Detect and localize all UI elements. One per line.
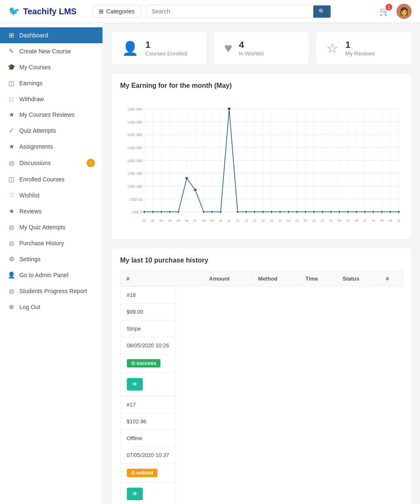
- search-input[interactable]: [147, 5, 313, 18]
- sidebar-label-earnings: Earnings: [19, 80, 42, 87]
- svg-point-94: [262, 210, 264, 213]
- row-action[interactable]: 👁: [121, 373, 175, 396]
- sidebar-item-quiz-attempts[interactable]: ✓ Quiz Attempts: [0, 123, 102, 139]
- svg-text:05: 05: [176, 219, 180, 223]
- categories-button[interactable]: ⊞ Categories: [92, 5, 141, 18]
- sidebar-label-enrolled-courses: Enrolled Courses: [19, 176, 64, 183]
- avatar[interactable]: 👩: [396, 4, 412, 19]
- svg-point-89: [220, 210, 222, 213]
- sidebar-item-purchase-history[interactable]: ◎ Purchase History: [0, 235, 102, 251]
- svg-point-103: [338, 210, 341, 213]
- logo-icon: 🐦: [8, 6, 20, 17]
- sidebar-item-enrolled-courses[interactable]: ◫ Enrolled Courses: [0, 171, 102, 187]
- sidebar-item-earnings[interactable]: ◫ Earnings: [0, 75, 102, 91]
- chart-title: My Earning for for the month (May): [120, 82, 403, 89]
- earning-chart: USD 0USD 50USD 100USD 150USD 200USD 250U…: [120, 96, 403, 231]
- row-status: ⊙ onhold: [121, 464, 175, 483]
- row-method: Stripe: [121, 320, 175, 337]
- sidebar-item-dashboard[interactable]: ⊞ Dashboard: [0, 27, 102, 43]
- col-header: #: [380, 271, 402, 286]
- sidebar-icon-my-courses-reviews: ★: [8, 111, 15, 118]
- svg-point-98: [296, 210, 298, 213]
- sidebar-label-log-out: Log Out: [19, 304, 40, 310]
- table-title: My last 10 purchase history: [120, 257, 403, 264]
- svg-text:USD 100: USD 100: [128, 184, 142, 189]
- grid-icon: ⊞: [99, 8, 104, 15]
- sidebar-item-settings[interactable]: ⚙ Settings: [0, 251, 102, 267]
- sidebar-icon-purchase-history: ◎: [8, 239, 15, 247]
- svg-text:15: 15: [261, 219, 265, 223]
- svg-text:25: 25: [346, 219, 350, 223]
- sidebar-label-quiz-attempts: Quiz Attempts: [19, 127, 56, 134]
- sidebar-item-wishlist[interactable]: ♡ Wishlist: [0, 187, 102, 203]
- sidebar-item-discussions[interactable]: ◎ Discussions 1: [0, 155, 102, 171]
- svg-text:04: 04: [168, 219, 172, 223]
- table-section: My last 10 purchase history #AmountMetho…: [111, 248, 412, 504]
- svg-text:USD 150: USD 150: [128, 171, 142, 176]
- svg-text:10: 10: [219, 219, 223, 223]
- search-button[interactable]: 🔍: [313, 5, 331, 18]
- row-amount: $102.96: [121, 413, 175, 430]
- table-row: #18$99.00Stripe08/05/2020 10:26⊙ success…: [121, 286, 403, 396]
- svg-text:27: 27: [363, 219, 367, 223]
- sidebar-item-students-progress-report[interactable]: ◎ Students Progress Report: [0, 283, 102, 299]
- svg-text:13: 13: [244, 219, 248, 223]
- view-button[interactable]: 👁: [127, 378, 143, 391]
- sidebar-icon-dashboard: ⊞: [8, 32, 15, 39]
- sidebar-item-withdraw[interactable]: □ Withdraw: [0, 91, 102, 107]
- sidebar-item-assignments[interactable]: ★ Assignments: [0, 139, 102, 155]
- stat-icon-2: ☆: [326, 40, 339, 56]
- sidebar-item-log-out[interactable]: ⊗ Log Out: [0, 299, 102, 315]
- svg-text:01: 01: [142, 219, 146, 223]
- view-button[interactable]: 👁: [127, 488, 143, 500]
- svg-text:16: 16: [270, 219, 273, 223]
- svg-point-82: [160, 210, 163, 213]
- svg-text:29: 29: [380, 219, 384, 223]
- col-header: Method: [252, 271, 299, 286]
- svg-point-109: [389, 210, 391, 213]
- svg-point-95: [270, 210, 273, 213]
- svg-text:USD 350: USD 350: [128, 120, 142, 124]
- sidebar-item-go-to-admin-panel[interactable]: 👤 Go to Admin Panel: [0, 267, 102, 283]
- svg-point-81: [152, 210, 154, 213]
- sidebar-label-settings: Settings: [19, 256, 41, 262]
- cart-icon[interactable]: 🛒 1: [379, 6, 390, 16]
- row-status: ⊙ success: [121, 354, 175, 373]
- sidebar-item-reviews[interactable]: ★ Reviews: [0, 203, 102, 219]
- svg-text:06: 06: [185, 219, 189, 223]
- logo[interactable]: 🐦 Teachify LMS: [8, 6, 84, 17]
- sidebar-icon-my-quiz-attempts: ◎: [8, 223, 15, 231]
- sidebar-item-my-quiz-attempts[interactable]: ◎ My Quiz Attempts: [0, 219, 102, 235]
- row-method: Offline: [121, 430, 175, 447]
- sidebar-label-my-courses: My Courses: [19, 64, 51, 71]
- sidebar-label-assignments: Assignments: [19, 143, 53, 150]
- svg-text:08: 08: [202, 219, 206, 223]
- sidebar: ⊞ Dashboard ✎ Create New Course 🎓 My Cou…: [0, 23, 103, 504]
- svg-point-106: [364, 210, 366, 213]
- sidebar-item-create-new-course[interactable]: ✎ Create New Course: [0, 43, 102, 59]
- sidebar-icon-quiz-attempts: ✓: [8, 127, 15, 134]
- row-action[interactable]: 👁: [121, 483, 175, 504]
- svg-point-100: [313, 210, 315, 213]
- sidebar-label-my-courses-reviews: My Courses Reviews: [19, 111, 74, 118]
- sidebar-item-my-courses-reviews[interactable]: ★ My Courses Reviews: [0, 107, 102, 123]
- sidebar-icon-settings: ⚙: [8, 255, 15, 263]
- cart-badge: 1: [386, 4, 392, 10]
- row-time: 08/05/2020 10:26: [121, 337, 175, 354]
- stat-label-0: Courses Enrolled: [145, 50, 187, 57]
- svg-text:02: 02: [151, 219, 155, 223]
- sidebar-icon-assignments: ★: [8, 143, 15, 150]
- chart-section: My Earning for for the month (May) USD 0…: [111, 73, 412, 239]
- sidebar-item-my-courses[interactable]: 🎓 My Courses: [0, 59, 102, 75]
- search-bar: 🔍: [146, 5, 331, 18]
- sidebar-label-reviews: Reviews: [19, 208, 42, 215]
- svg-text:22: 22: [320, 219, 324, 223]
- svg-text:28: 28: [372, 219, 375, 223]
- table-row: #17$102.96Offline07/05/2020 10:37⊙ onhol…: [121, 396, 403, 504]
- sidebar-icon-students-progress-report: ◎: [8, 287, 15, 295]
- svg-text:19: 19: [295, 219, 299, 223]
- header-right: 🛒 1 👩: [379, 4, 412, 19]
- svg-point-80: [143, 210, 146, 213]
- col-header: #: [121, 271, 203, 286]
- svg-text:USD 400: USD 400: [128, 107, 142, 111]
